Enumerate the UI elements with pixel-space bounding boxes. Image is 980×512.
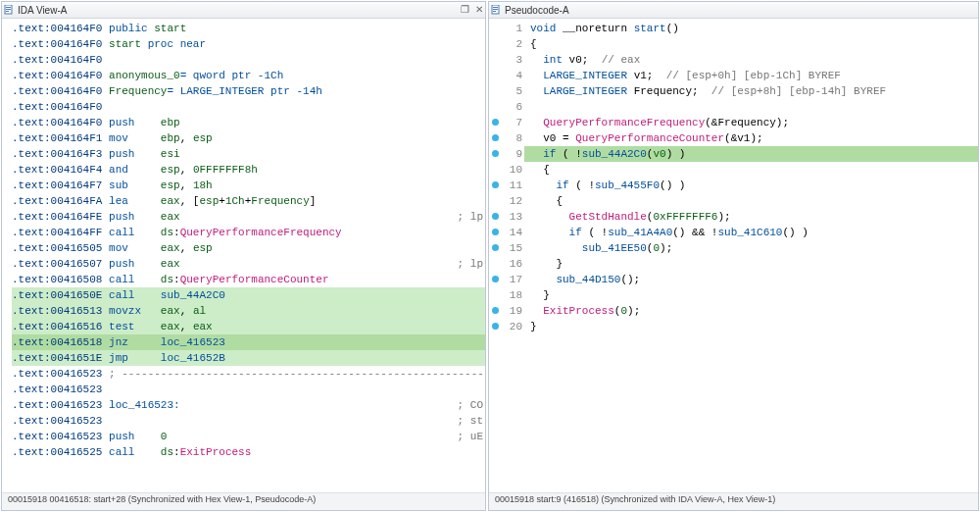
file-icon <box>491 5 501 15</box>
line-number: 14 <box>489 225 524 240</box>
breakpoint-dot-icon[interactable] <box>492 244 499 251</box>
pseudocode-line[interactable]: ExitProcess(0); <box>524 303 978 319</box>
line-number: 4 <box>489 68 524 83</box>
breakpoint-dot-icon[interactable] <box>492 323 499 330</box>
pseudocode-line[interactable]: } <box>524 256 978 272</box>
line-number: 20 <box>489 319 524 334</box>
asm-line[interactable]: .text:0041651E jmp loc_41652B <box>12 350 485 366</box>
asm-line[interactable]: .text:00416523 push 0; uE <box>12 429 485 444</box>
line-number: 7 <box>489 115 524 130</box>
svg-rect-5 <box>493 7 498 8</box>
asm-line[interactable]: .text:004164FA lea eax, [esp+1Ch+Frequen… <box>12 193 485 209</box>
line-number: 15 <box>489 240 524 256</box>
asm-line[interactable]: .text:004164F0 start proc near <box>12 36 485 52</box>
asm-line[interactable]: .text:004164F0 <box>12 99 485 115</box>
breakpoint-dot-icon[interactable] <box>492 229 499 235</box>
pseudocode-view[interactable]: 1234567891011121314151617181920 void __n… <box>489 19 978 492</box>
pseudocode-code[interactable]: void __noreturn start(){ int v0; // eax … <box>524 19 978 492</box>
pseudocode-line[interactable]: { <box>524 36 978 52</box>
svg-rect-1 <box>6 7 11 8</box>
svg-rect-3 <box>6 11 9 12</box>
asm-line[interactable]: .text:004164F3 push esi <box>12 146 485 162</box>
pseudocode-pane: Pseudocode-A 123456789101112131415161718… <box>488 1 979 511</box>
asm-line[interactable]: .text:004164F4 and esp, 0FFFFFFF8h <box>12 162 485 178</box>
pseudocode-title: Pseudocode-A <box>505 5 569 16</box>
pseudocode-line[interactable]: if ( !sub_44A2C0(v0) ) <box>524 146 978 162</box>
restore-icon[interactable]: ❐ <box>461 5 469 15</box>
line-number: 12 <box>489 193 524 209</box>
app-root: IDA View-A ❐ ✕ .text:004164F0 public sta… <box>0 0 980 512</box>
file-icon <box>4 5 14 15</box>
breakpoint-dot-icon[interactable] <box>492 181 499 188</box>
pseudocode-line[interactable]: } <box>524 287 978 303</box>
asm-line[interactable]: .text:00416523 ; -----------------------… <box>12 366 485 382</box>
asm-line[interactable]: .text:00416505 mov eax, esp <box>12 240 485 256</box>
pseudocode-line[interactable]: GetStdHandle(0xFFFFFFF6); <box>524 209 978 225</box>
line-number: 1 <box>489 21 524 36</box>
asm-line[interactable]: .text:00416525 call ds:ExitProcess <box>12 444 485 460</box>
asm-line[interactable]: .text:004164F1 mov ebp, esp <box>12 130 485 146</box>
asm-line[interactable]: .text:004164F0 anonymous_0= qword ptr -1… <box>12 68 485 83</box>
pseudocode-line[interactable]: LARGE_INTEGER v1; // [esp+0h] [ebp-1Ch] … <box>524 68 978 83</box>
asm-line[interactable]: .text:00416508 call ds:QueryPerformanceC… <box>12 272 485 287</box>
pseudocode-line[interactable]: if ( !sub_41A4A0() && !sub_41C610() ) <box>524 225 978 240</box>
line-number: 13 <box>489 209 524 225</box>
pseudocode-line[interactable]: int v0; // eax <box>524 52 978 68</box>
breakpoint-dot-icon[interactable] <box>492 134 499 141</box>
line-number: 3 <box>489 52 524 68</box>
pseudocode-line[interactable] <box>524 99 978 115</box>
line-number: 16 <box>489 256 524 272</box>
asm-line[interactable]: .text:00416523 <box>12 382 485 397</box>
pseudocode-line[interactable]: { <box>524 193 978 209</box>
line-number: 2 <box>489 36 524 52</box>
pseudocode-titlebar[interactable]: Pseudocode-A <box>489 2 978 19</box>
ida-view-titlebar[interactable]: IDA View-A ❐ ✕ <box>2 2 485 19</box>
asm-line[interactable]: .text:004164F0 public start <box>12 21 485 36</box>
ida-view-title-controls: ❐ ✕ <box>461 5 483 15</box>
svg-rect-7 <box>493 11 496 12</box>
line-number: 19 <box>489 303 524 319</box>
pseudocode-line[interactable]: sub_44D150(); <box>524 272 978 287</box>
breakpoint-dot-icon[interactable] <box>492 213 499 220</box>
asm-line[interactable]: .text:00416518 jnz loc_416523 <box>12 334 485 350</box>
asm-line[interactable]: .text:00416507 push eax; lp <box>12 256 485 272</box>
line-number: 11 <box>489 178 524 193</box>
pseudocode-statusbar: 00015918 start:9 (416518) (Synchronized … <box>489 492 978 510</box>
line-number: 17 <box>489 272 524 287</box>
ida-view-statusbar: 00015918 00416518: start+28 (Synchronize… <box>2 492 485 510</box>
pseudocode-line[interactable]: LARGE_INTEGER Frequency; // [esp+8h] [eb… <box>524 83 978 99</box>
asm-line[interactable]: .text:004164F0 push ebp <box>12 115 485 130</box>
asm-line[interactable]: .text:0041650E call sub_44A2C0 <box>12 287 485 303</box>
line-number: 6 <box>489 99 524 115</box>
asm-line[interactable]: .text:004164F0 <box>12 52 485 68</box>
breakpoint-dot-icon[interactable] <box>492 150 499 157</box>
breakpoint-dot-icon[interactable] <box>492 119 499 126</box>
pseudocode-line[interactable]: { <box>524 162 978 178</box>
asm-line[interactable]: .text:00416516 test eax, eax <box>12 319 485 334</box>
line-number: 8 <box>489 130 524 146</box>
asm-line[interactable]: .text:004164F7 sub esp, 18h <box>12 178 485 193</box>
pseudocode-line[interactable]: } <box>524 319 978 334</box>
breakpoint-dot-icon[interactable] <box>492 307 499 314</box>
asm-line[interactable]: .text:004164FF call ds:QueryPerformanceF… <box>12 225 485 240</box>
breakpoint-dot-icon[interactable] <box>492 276 499 282</box>
asm-line[interactable]: .text:004164F0 Frequency= LARGE_INTEGER … <box>12 83 485 99</box>
asm-line[interactable]: .text:00416523 loc_416523:; CO <box>12 397 485 413</box>
pseudocode-line[interactable]: v0 = QueryPerformanceCounter(&v1); <box>524 130 978 146</box>
pseudocode-line[interactable]: void __noreturn start() <box>524 21 978 36</box>
disassembly-view[interactable]: .text:004164F0 public start.text:004164F… <box>2 19 485 492</box>
ida-view-title: IDA View-A <box>18 5 67 16</box>
pseudocode-line[interactable]: QueryPerformanceFrequency(&Frequency); <box>524 115 978 130</box>
svg-rect-2 <box>6 9 11 10</box>
pseudocode-line[interactable]: if ( !sub_4455F0() ) <box>524 178 978 193</box>
ida-view-pane: IDA View-A ❐ ✕ .text:004164F0 public sta… <box>1 1 486 511</box>
asm-line[interactable]: .text:00416523 ; st <box>12 413 485 429</box>
close-icon[interactable]: ✕ <box>475 5 483 15</box>
line-number: 9 <box>489 146 524 162</box>
pseudocode-line[interactable]: sub_41EE50(0); <box>524 240 978 256</box>
svg-rect-6 <box>493 9 498 10</box>
line-number: 10 <box>489 162 524 178</box>
line-number: 5 <box>489 83 524 99</box>
asm-line[interactable]: .text:00416513 movzx eax, al <box>12 303 485 319</box>
asm-line[interactable]: .text:004164FE push eax; lp <box>12 209 485 225</box>
